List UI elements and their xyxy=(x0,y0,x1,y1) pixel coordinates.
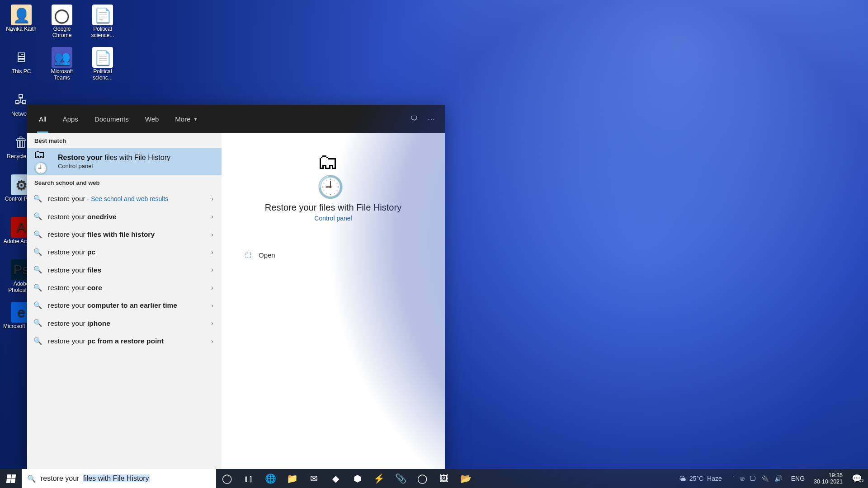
open-label: Open xyxy=(259,251,275,259)
search-header: AllAppsDocumentsWebMore▼ 🗨 ⋯ xyxy=(27,105,445,133)
tray-icon[interactable]: 🖵 xyxy=(750,475,756,482)
detail-file-history-icon: 🗂🕘 xyxy=(317,158,349,191)
search-suggestion[interactable]: 🔍 restore your pc from a restore point › xyxy=(27,332,222,350)
desktop: 👤Navika Kaith◯Google Chrome📄Political sc… xyxy=(0,0,868,488)
action-center[interactable]: 💬 13 xyxy=(847,469,868,488)
search-tab-all[interactable]: All xyxy=(31,105,55,133)
chevron-right-icon[interactable]: › xyxy=(211,319,213,327)
open-action[interactable]: ⬚ Open xyxy=(243,247,277,263)
search-suggestion[interactable]: 🔍 restore your iphone › xyxy=(27,314,222,332)
chevron-right-icon[interactable]: › xyxy=(211,213,213,220)
chevron-right-icon[interactable]: › xyxy=(211,302,213,309)
desktop-icon[interactable]: ◯Google Chrome xyxy=(42,3,82,45)
chevron-down-icon: ▼ xyxy=(193,117,198,122)
detail-actions: ⬚ Open xyxy=(222,247,277,263)
taskbar-app[interactable]: ⚡ xyxy=(368,469,390,488)
desktop-icon-label: Political science... xyxy=(84,26,121,39)
taskbar-search[interactable]: 🔍 restore your files with File History xyxy=(22,469,216,488)
detail-subtitle: Control panel xyxy=(314,215,352,222)
taskbar-right: 🌥 25°C Haze ˄⎚🖵🔌🔊 ENG 19:35 30-10-2021 💬… xyxy=(674,469,868,488)
tray-icon[interactable]: ˄ xyxy=(732,475,735,482)
search-suggestion[interactable]: 🔍 restore your files › xyxy=(27,261,222,279)
search-body: Best match 🗂🕘 Restore your files with Fi… xyxy=(27,133,445,469)
search-autocomplete: files with File History xyxy=(83,474,150,482)
desktop-icon[interactable]: 🖥This PC xyxy=(1,45,42,88)
weather-icon: 🌥 xyxy=(679,475,686,482)
best-match-subtitle: Control panel xyxy=(58,163,170,169)
best-match-title: Restore your files with File History xyxy=(58,154,170,162)
search-icon: 🔍 xyxy=(33,266,42,274)
search-tab-web[interactable]: Web xyxy=(137,105,167,133)
search-detail-pane: 🗂🕘 Restore your files with File History … xyxy=(222,133,445,469)
more-icon[interactable]: ⋯ xyxy=(428,115,435,123)
section-school-web: Search school and web xyxy=(27,175,222,190)
tray-icon[interactable]: ⎚ xyxy=(741,475,744,482)
detail-title: Restore your files with File History xyxy=(265,202,401,213)
taskbar-app[interactable]: 🌐 xyxy=(259,469,281,488)
desktop-icon[interactable]: 📄Political scienc... xyxy=(82,45,123,88)
app-icon: 👥 xyxy=(52,47,72,68)
search-tab-apps[interactable]: Apps xyxy=(55,105,86,133)
search-tabs: AllAppsDocumentsWebMore▼ xyxy=(31,105,206,133)
chevron-right-icon[interactable]: › xyxy=(211,338,213,345)
taskbar-app[interactable]: ◯ xyxy=(216,469,238,488)
file-history-icon: 🗂🕘 xyxy=(33,152,52,170)
feedback-icon[interactable]: 🗨 xyxy=(410,115,418,123)
caret-icon xyxy=(82,474,82,483)
windows-logo-icon xyxy=(6,474,16,483)
search-icon: 🔍 xyxy=(33,319,42,327)
section-best-match: Best match xyxy=(27,133,222,148)
weather-widget[interactable]: 🌥 25°C Haze xyxy=(674,475,727,482)
app-icon: 🖥 xyxy=(11,47,32,68)
search-suggestion[interactable]: 🔍 restore your computer to an earlier ti… xyxy=(27,296,222,314)
language-indicator[interactable]: ENG xyxy=(787,475,809,482)
best-match-result[interactable]: 🗂🕘 Restore your files with File History … xyxy=(27,148,222,175)
taskbar-app[interactable]: ◆ xyxy=(325,469,346,488)
chevron-right-icon[interactable]: › xyxy=(211,284,213,291)
open-icon: ⬚ xyxy=(245,251,251,259)
chevron-right-icon[interactable]: › xyxy=(211,195,213,202)
taskbar-app[interactable]: 📎 xyxy=(390,469,411,488)
chevron-right-icon[interactable]: › xyxy=(211,231,213,238)
tray-icon[interactable]: 🔊 xyxy=(774,475,782,482)
chevron-right-icon[interactable]: › xyxy=(211,266,213,273)
search-suggestion[interactable]: 🔍 restore your onedrive › xyxy=(27,208,222,225)
desktop-icon[interactable]: 👥Microsoft Teams xyxy=(42,45,82,88)
taskbar-app[interactable]: 📂 xyxy=(455,469,476,488)
search-icon: 🔍 xyxy=(33,195,42,203)
taskbar-app[interactable]: 🖼 xyxy=(433,469,455,488)
taskbar-app[interactable]: ⫾⫿ xyxy=(238,469,259,488)
desktop-icon[interactable]: 👤Navika Kaith xyxy=(1,3,42,45)
search-tab-documents[interactable]: Documents xyxy=(86,105,137,133)
desktop-icon-label: Google Chrome xyxy=(43,26,80,39)
search-results-list: Best match 🗂🕘 Restore your files with Fi… xyxy=(27,133,222,469)
desktop-icon-label: This PC xyxy=(12,69,31,75)
taskbar-pinned: ◯⫾⫿🌐📁✉◆⬢⚡📎◯🖼📂 xyxy=(216,469,476,488)
start-button[interactable] xyxy=(0,469,22,488)
desktop-icon[interactable]: 📄Political science... xyxy=(82,3,123,45)
search-icon: 🔍 xyxy=(33,337,42,345)
search-panel: AllAppsDocumentsWebMore▼ 🗨 ⋯ Best match … xyxy=(27,105,445,469)
app-icon: ◯ xyxy=(52,5,72,25)
taskbar-app[interactable]: ⬢ xyxy=(346,469,368,488)
suggestions-list: 🔍 restore your - See school and web resu… xyxy=(27,190,222,469)
system-tray[interactable]: ˄⎚🖵🔌🔊 xyxy=(727,475,787,482)
tray-icon[interactable]: 🔌 xyxy=(761,475,769,482)
search-icon: 🔍 xyxy=(27,474,36,483)
taskbar-clock[interactable]: 19:35 30-10-2021 xyxy=(809,472,847,485)
taskbar: 🔍 restore your files with File History ◯… xyxy=(0,469,868,488)
taskbar-app[interactable]: ✉ xyxy=(303,469,325,488)
search-tab-more[interactable]: More▼ xyxy=(167,105,206,133)
app-icon: 📄 xyxy=(92,47,113,68)
taskbar-app[interactable]: ◯ xyxy=(411,469,433,488)
search-suggestion[interactable]: 🔍 restore your core › xyxy=(27,279,222,296)
app-icon: 📄 xyxy=(92,5,113,25)
search-input[interactable]: restore your files with File History xyxy=(41,474,211,483)
search-suggestion[interactable]: 🔍 restore your - See school and web resu… xyxy=(27,190,222,208)
desktop-icon-label: Political scienc... xyxy=(84,69,121,81)
search-icon: 🔍 xyxy=(33,248,42,256)
taskbar-app[interactable]: 📁 xyxy=(281,469,303,488)
chevron-right-icon[interactable]: › xyxy=(211,249,213,256)
search-suggestion[interactable]: 🔍 restore your pc › xyxy=(27,243,222,261)
search-suggestion[interactable]: 🔍 restore your files with file history › xyxy=(27,225,222,243)
